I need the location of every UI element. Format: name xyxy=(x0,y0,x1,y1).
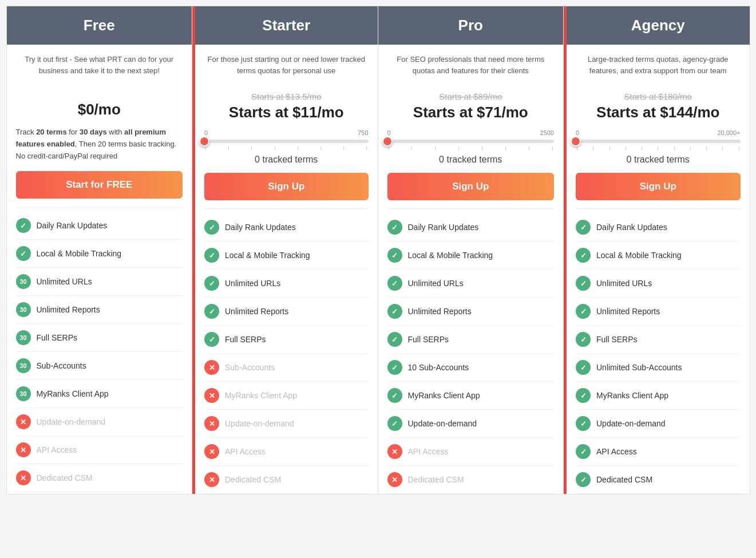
feature-label: Dedicated CSM xyxy=(37,473,93,482)
slider-ticks xyxy=(204,147,369,150)
slider-ticks xyxy=(576,147,741,150)
feature-daily-rank: ✓ Daily Rank Updates xyxy=(204,213,369,242)
slider-min: 0 xyxy=(576,129,579,136)
feature-label: Sub-Accounts xyxy=(37,361,86,370)
num-icon: 30 xyxy=(16,274,31,289)
feature-update-demand: ✓ Update-on-demand xyxy=(387,410,555,438)
slider-max: 20,000+ xyxy=(717,129,740,136)
feature-label: Local & Mobile Tracking xyxy=(225,251,310,260)
x-icon: ✕ xyxy=(204,388,219,403)
slider-labels: 0 20,000+ xyxy=(576,129,741,136)
plan-starter-title: Starter xyxy=(201,17,372,34)
feature-unlimited-reports: ✓ Unlimited Reports xyxy=(204,298,369,326)
feature-label: API Access xyxy=(225,447,266,456)
plan-starter-cta[interactable]: Sign Up xyxy=(204,173,369,200)
check-icon: ✓ xyxy=(576,444,591,459)
plan-pro-tracked-terms: 0 tracked terms xyxy=(387,155,555,165)
feature-label: 10 Sub-Accounts xyxy=(408,363,469,372)
feature-api-access: ✕ API Access xyxy=(387,438,555,466)
feature-myranks: ✓ MyRanks Client App xyxy=(387,382,555,410)
slider-thumb[interactable] xyxy=(382,136,393,147)
feature-dedicated-csm: ✓ Dedicated CSM xyxy=(576,466,741,494)
num-icon: 30 xyxy=(16,330,31,345)
slider-track xyxy=(204,140,369,143)
feature-label: Full SERPs xyxy=(408,335,449,344)
free-trial-bold-days: 30 days xyxy=(80,128,107,136)
feature-local-mobile: ✓ Local & Mobile Tracking xyxy=(387,242,555,270)
plan-agency-price: Starts at $144/mo xyxy=(576,104,741,121)
feature-label: API Access xyxy=(596,447,637,456)
feature-label: API Access xyxy=(37,445,77,454)
plan-free-cta[interactable]: Start for FREE xyxy=(16,171,183,199)
plan-starter-description: For those just starting out or need lowe… xyxy=(204,54,369,84)
feature-local-mobile: ✓ Local & Mobile Tracking xyxy=(576,242,741,270)
feature-myranks: ✕ MyRanks Client App xyxy=(204,382,369,410)
slider-thumb[interactable] xyxy=(571,136,581,147)
feature-dedicated-csm: ✕ Dedicated CSM xyxy=(16,464,183,492)
feature-label: Unlimited URLs xyxy=(408,279,464,288)
slider-ticks xyxy=(387,147,555,150)
plan-starter-price-original: Starts at $13.5/mo xyxy=(204,92,369,101)
plan-pro-slider-section: 0 2500 xyxy=(387,129,555,150)
feature-label: Full SERPs xyxy=(225,335,266,344)
feature-label: Update-on-demand xyxy=(225,419,294,428)
feature-dedicated-csm: ✕ Dedicated CSM xyxy=(204,466,369,494)
feature-daily-rank: ✓ Daily Rank Updates xyxy=(387,213,555,242)
slider-labels: 0 750 xyxy=(204,129,369,136)
plan-agency-cta[interactable]: Sign Up xyxy=(576,173,741,200)
feature-label: Local & Mobile Tracking xyxy=(596,251,682,260)
pricing-grid: Free Try it out first - See what PRT can… xyxy=(6,6,750,494)
plan-pro-price: Starts at $71/mo xyxy=(387,104,555,121)
feature-label: Update-on-demand xyxy=(596,419,666,428)
feature-label: Dedicated CSM xyxy=(408,475,464,484)
feature-sub-accounts: ✓ 10 Sub-Accounts xyxy=(387,354,555,382)
check-icon: ✓ xyxy=(387,360,402,375)
plan-agency-price-original: Starts at $180/mo xyxy=(576,92,741,101)
plan-free-description: Try it out first - See what PRT can do f… xyxy=(16,54,183,84)
feature-sub-accounts: ✓ Unlimited Sub-Accounts xyxy=(576,354,741,382)
check-icon: ✓ xyxy=(576,416,591,431)
check-icon: ✓ xyxy=(576,220,591,235)
slider-min: 0 xyxy=(387,129,391,136)
feature-label: Daily Rank Updates xyxy=(408,223,479,232)
plan-agency: Agency Large-tracked terms quotas, agenc… xyxy=(564,6,750,494)
feature-unlimited-reports: ✓ Unlimited Reports xyxy=(576,298,741,326)
check-icon: ✓ xyxy=(204,248,219,263)
plan-agency-slider-section: 0 20,000+ xyxy=(576,129,741,150)
feature-unlimited-urls: 30 Unlimited URLs xyxy=(16,268,183,296)
feature-update-demand: ✓ Update-on-demand xyxy=(576,410,741,438)
feature-label: Local & Mobile Tracking xyxy=(408,251,493,260)
check-icon: ✓ xyxy=(387,276,402,291)
feature-label: MyRanks Client App xyxy=(408,391,480,400)
plan-free-header: Free xyxy=(7,6,192,45)
check-icon: ✓ xyxy=(576,360,591,375)
feature-full-serps: ✓ Full SERPs xyxy=(387,326,555,354)
check-icon: ✓ xyxy=(387,416,402,431)
check-icon: ✓ xyxy=(16,218,31,233)
plan-free: Free Try it out first - See what PRT can… xyxy=(7,6,193,494)
feature-full-serps: ✓ Full SERPs xyxy=(576,326,741,354)
check-icon: ✓ xyxy=(16,246,31,261)
feature-unlimited-urls: ✓ Unlimited URLs xyxy=(204,270,369,298)
check-icon: ✓ xyxy=(576,332,591,347)
slider-thumb[interactable] xyxy=(199,136,209,147)
plan-starter-slider-section: 0 750 xyxy=(204,129,369,150)
feature-label: Unlimited URLs xyxy=(225,279,280,288)
feature-label: Full SERPs xyxy=(37,333,78,342)
plan-pro-description: For SEO professionals that need more ter… xyxy=(387,54,555,84)
plan-pro-price-original: Starts at $89/mo xyxy=(387,92,555,101)
feature-unlimited-reports: 30 Unlimited Reports xyxy=(16,296,183,324)
feature-label: Full SERPs xyxy=(596,335,638,344)
num-icon: 30 xyxy=(16,302,31,317)
feature-api-access: ✓ API Access xyxy=(576,438,741,466)
plan-pro-cta[interactable]: Sign Up xyxy=(387,173,555,200)
feature-sub-accounts: 30 Sub-Accounts xyxy=(16,352,183,380)
slider-track xyxy=(576,140,741,143)
check-icon: ✓ xyxy=(387,220,402,235)
check-icon: ✓ xyxy=(576,388,591,403)
check-icon: ✓ xyxy=(576,276,591,291)
feature-myranks: 30 MyRanks Client App xyxy=(16,380,183,408)
free-trial-bold-terms: 20 terms xyxy=(36,128,66,136)
plan-free-body: Try it out first - See what PRT can do f… xyxy=(7,45,192,494)
slider-track xyxy=(387,140,555,143)
